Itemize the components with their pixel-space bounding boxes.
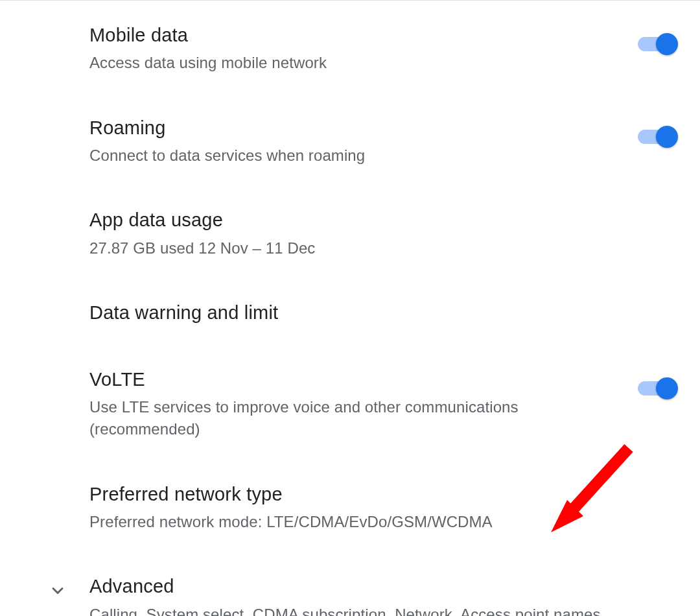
toggle-mobile-data[interactable]: [638, 37, 674, 51]
setting-subtitle: Preferred network mode: LTE/CDMA/EvDo/GS…: [89, 511, 666, 533]
setting-subtitle: Calling, System select, CDMA subscriptio…: [89, 604, 666, 616]
setting-item-preferred-network-type[interactable]: Preferred network type Preferred network…: [0, 471, 700, 543]
setting-subtitle: Connect to data services when roaming: [89, 145, 625, 167]
setting-title: Data warning and limit: [89, 300, 666, 326]
setting-title: App data usage: [89, 207, 666, 233]
setting-title: Mobile data: [89, 23, 625, 48]
setting-content: Advanced Calling, System select, CDMA su…: [89, 574, 679, 616]
setting-subtitle: Access data using mobile network: [89, 52, 625, 74]
setting-content: App data usage 27.87 GB used 12 Nov – 11…: [89, 207, 679, 259]
toggle-thumb: [656, 33, 678, 55]
toggle-roaming[interactable]: [638, 130, 674, 144]
setting-title: VoLTE: [89, 367, 625, 392]
setting-content: Mobile data Access data using mobile net…: [89, 23, 638, 74]
toggle-thumb: [656, 377, 678, 399]
setting-item-data-warning-limit[interactable]: Data warning and limit: [0, 290, 700, 336]
setting-content: VoLTE Use LTE services to improve voice …: [89, 367, 638, 440]
setting-item-roaming[interactable]: Roaming Connect to data services when ro…: [0, 105, 700, 177]
settings-list: Mobile data Access data using mobile net…: [0, 1, 700, 616]
setting-title: Roaming: [89, 115, 625, 141]
setting-title: Advanced: [89, 574, 666, 599]
setting-item-advanced[interactable]: Advanced Calling, System select, CDMA su…: [0, 563, 700, 616]
setting-item-volte[interactable]: VoLTE Use LTE services to improve voice …: [0, 357, 700, 450]
setting-item-mobile-data[interactable]: Mobile data Access data using mobile net…: [0, 12, 700, 84]
setting-content: Data warning and limit: [89, 300, 679, 326]
setting-subtitle: 27.87 GB used 12 Nov – 11 Dec: [89, 237, 666, 259]
setting-content: Roaming Connect to data services when ro…: [89, 115, 638, 167]
toggle-thumb: [656, 126, 678, 148]
chevron-down-icon: [49, 582, 67, 600]
toggle-volte[interactable]: [638, 381, 674, 396]
setting-title: Preferred network type: [89, 482, 666, 507]
chevron-container: [26, 574, 89, 600]
setting-content: Preferred network type Preferred network…: [89, 482, 679, 533]
setting-subtitle: Use LTE services to improve voice and ot…: [89, 396, 625, 440]
setting-item-app-data-usage[interactable]: App data usage 27.87 GB used 12 Nov – 11…: [0, 197, 700, 269]
